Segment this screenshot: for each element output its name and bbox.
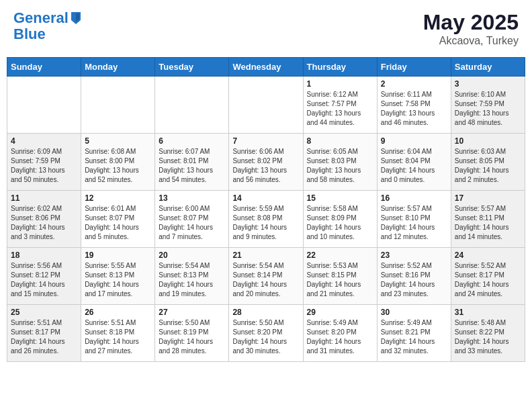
day-info: Sunrise: 5:59 AM Sunset: 8:08 PM Dayligh… (232, 204, 299, 242)
calendar-cell: 25Sunrise: 5:51 AM Sunset: 8:17 PM Dayli… (7, 305, 81, 362)
page-header: General Blue May 2025 Akcaova, Turkey (7, 7, 525, 50)
calendar-cell: 30Sunrise: 5:49 AM Sunset: 8:21 PM Dayli… (377, 305, 451, 362)
day-info: Sunrise: 5:48 AM Sunset: 8:22 PM Dayligh… (455, 318, 521, 356)
location-subtitle: Akcaova, Turkey (423, 35, 519, 47)
weekday-header-thursday: Thursday (303, 58, 377, 77)
calendar-cell: 15Sunrise: 5:58 AM Sunset: 8:09 PM Dayli… (303, 191, 377, 248)
day-number: 20 (159, 250, 225, 260)
calendar-cell (7, 77, 81, 134)
calendar-cell: 8Sunrise: 6:05 AM Sunset: 8:03 PM Daylig… (303, 134, 377, 191)
day-number: 19 (85, 250, 151, 260)
day-info: Sunrise: 5:50 AM Sunset: 8:19 PM Dayligh… (159, 318, 225, 356)
day-number: 22 (307, 250, 373, 260)
day-info: Sunrise: 5:57 AM Sunset: 8:11 PM Dayligh… (455, 204, 521, 242)
calendar-cell: 6Sunrise: 6:07 AM Sunset: 8:01 PM Daylig… (155, 134, 229, 191)
weekday-header-tuesday: Tuesday (155, 58, 229, 77)
calendar-week-2: 4Sunrise: 6:09 AM Sunset: 7:59 PM Daylig… (7, 134, 525, 191)
calendar-cell: 22Sunrise: 5:53 AM Sunset: 8:15 PM Dayli… (303, 248, 377, 305)
calendar-cell: 23Sunrise: 5:52 AM Sunset: 8:16 PM Dayli… (377, 248, 451, 305)
calendar-week-4: 18Sunrise: 5:56 AM Sunset: 8:12 PM Dayli… (7, 248, 525, 305)
day-number: 31 (455, 308, 521, 317)
calendar-cell (229, 77, 303, 134)
day-number: 16 (381, 193, 447, 203)
day-number: 15 (307, 193, 373, 203)
day-info: Sunrise: 5:54 AM Sunset: 8:13 PM Dayligh… (159, 261, 225, 299)
weekday-header-monday: Monday (81, 58, 155, 77)
weekday-header-sunday: Sunday (7, 58, 81, 77)
day-info: Sunrise: 6:11 AM Sunset: 7:58 PM Dayligh… (381, 90, 447, 128)
day-number: 26 (85, 308, 151, 317)
day-info: Sunrise: 5:57 AM Sunset: 8:10 PM Dayligh… (381, 204, 447, 242)
day-number: 3 (455, 79, 521, 89)
day-number: 24 (455, 250, 521, 260)
calendar-cell: 21Sunrise: 5:54 AM Sunset: 8:14 PM Dayli… (229, 248, 303, 305)
day-number: 28 (232, 308, 299, 317)
day-info: Sunrise: 5:49 AM Sunset: 8:20 PM Dayligh… (307, 318, 373, 356)
day-info: Sunrise: 6:08 AM Sunset: 8:00 PM Dayligh… (85, 147, 151, 185)
calendar-cell: 19Sunrise: 5:55 AM Sunset: 8:13 PM Dayli… (81, 248, 155, 305)
day-info: Sunrise: 6:06 AM Sunset: 8:02 PM Dayligh… (232, 147, 299, 185)
day-info: Sunrise: 5:56 AM Sunset: 8:12 PM Dayligh… (11, 261, 77, 299)
calendar-cell: 16Sunrise: 5:57 AM Sunset: 8:10 PM Dayli… (377, 191, 451, 248)
day-number: 13 (159, 193, 225, 203)
day-number: 23 (381, 250, 447, 260)
weekday-header-row: SundayMondayTuesdayWednesdayThursdayFrid… (7, 58, 525, 77)
day-number: 29 (307, 308, 373, 317)
day-number: 10 (455, 136, 521, 146)
weekday-header-saturday: Saturday (451, 58, 525, 77)
day-number: 6 (159, 136, 225, 146)
day-number: 30 (381, 308, 447, 317)
day-number: 27 (159, 308, 225, 317)
calendar-cell: 24Sunrise: 5:52 AM Sunset: 8:17 PM Dayli… (451, 248, 525, 305)
day-info: Sunrise: 6:01 AM Sunset: 8:07 PM Dayligh… (85, 204, 151, 242)
calendar-week-1: 1Sunrise: 6:12 AM Sunset: 7:57 PM Daylig… (7, 77, 525, 134)
day-info: Sunrise: 6:00 AM Sunset: 8:07 PM Dayligh… (159, 204, 225, 242)
day-info: Sunrise: 5:50 AM Sunset: 8:20 PM Dayligh… (232, 318, 299, 356)
day-info: Sunrise: 6:07 AM Sunset: 8:01 PM Dayligh… (159, 147, 225, 185)
calendar-cell: 31Sunrise: 5:48 AM Sunset: 8:22 PM Dayli… (451, 305, 525, 362)
calendar-cell: 11Sunrise: 6:02 AM Sunset: 8:06 PM Dayli… (7, 191, 81, 248)
calendar-cell: 3Sunrise: 6:10 AM Sunset: 7:59 PM Daylig… (451, 77, 525, 134)
day-info: Sunrise: 6:05 AM Sunset: 8:03 PM Dayligh… (307, 147, 373, 185)
day-info: Sunrise: 5:54 AM Sunset: 8:14 PM Dayligh… (232, 261, 299, 299)
calendar-cell: 7Sunrise: 6:06 AM Sunset: 8:02 PM Daylig… (229, 134, 303, 191)
calendar-week-5: 25Sunrise: 5:51 AM Sunset: 8:17 PM Dayli… (7, 305, 525, 362)
calendar-cell: 28Sunrise: 5:50 AM Sunset: 8:20 PM Dayli… (229, 305, 303, 362)
day-info: Sunrise: 6:12 AM Sunset: 7:57 PM Dayligh… (307, 90, 373, 128)
calendar-cell: 4Sunrise: 6:09 AM Sunset: 7:59 PM Daylig… (7, 134, 81, 191)
day-info: Sunrise: 5:53 AM Sunset: 8:15 PM Dayligh… (307, 261, 373, 299)
calendar-cell: 20Sunrise: 5:54 AM Sunset: 8:13 PM Dayli… (155, 248, 229, 305)
logo-general: General (13, 9, 69, 26)
calendar-cell: 29Sunrise: 5:49 AM Sunset: 8:20 PM Dayli… (303, 305, 377, 362)
day-info: Sunrise: 6:04 AM Sunset: 8:04 PM Dayligh… (381, 147, 447, 185)
calendar-cell: 26Sunrise: 5:51 AM Sunset: 8:18 PM Dayli… (81, 305, 155, 362)
weekday-header-wednesday: Wednesday (229, 58, 303, 77)
day-info: Sunrise: 5:52 AM Sunset: 8:17 PM Dayligh… (455, 261, 521, 299)
day-info: Sunrise: 5:49 AM Sunset: 8:21 PM Dayligh… (381, 318, 447, 356)
day-number: 14 (232, 193, 299, 203)
day-info: Sunrise: 6:09 AM Sunset: 7:59 PM Dayligh… (11, 147, 77, 185)
calendar-cell: 1Sunrise: 6:12 AM Sunset: 7:57 PM Daylig… (303, 77, 377, 134)
calendar-cell: 18Sunrise: 5:56 AM Sunset: 8:12 PM Dayli… (7, 248, 81, 305)
calendar-week-3: 11Sunrise: 6:02 AM Sunset: 8:06 PM Dayli… (7, 191, 525, 248)
day-number: 9 (381, 136, 447, 146)
calendar-cell (155, 77, 229, 134)
calendar-cell: 17Sunrise: 5:57 AM Sunset: 8:11 PM Dayli… (451, 191, 525, 248)
day-info: Sunrise: 6:02 AM Sunset: 8:06 PM Dayligh… (11, 204, 77, 242)
day-number: 21 (232, 250, 299, 260)
calendar-cell: 14Sunrise: 5:59 AM Sunset: 8:08 PM Dayli… (229, 191, 303, 248)
calendar-cell: 9Sunrise: 6:04 AM Sunset: 8:04 PM Daylig… (377, 134, 451, 191)
day-number: 2 (381, 79, 447, 89)
day-info: Sunrise: 5:55 AM Sunset: 8:13 PM Dayligh… (85, 261, 151, 299)
day-number: 7 (232, 136, 299, 146)
day-info: Sunrise: 5:51 AM Sunset: 8:18 PM Dayligh… (85, 318, 151, 356)
day-number: 8 (307, 136, 373, 146)
calendar-cell: 13Sunrise: 6:00 AM Sunset: 8:07 PM Dayli… (155, 191, 229, 248)
day-info: Sunrise: 6:10 AM Sunset: 7:59 PM Dayligh… (455, 90, 521, 128)
day-info: Sunrise: 5:52 AM Sunset: 8:16 PM Dayligh… (381, 261, 447, 299)
day-info: Sunrise: 5:51 AM Sunset: 8:17 PM Dayligh… (11, 318, 77, 356)
title-block: May 2025 Akcaova, Turkey (423, 10, 519, 47)
calendar-cell: 2Sunrise: 6:11 AM Sunset: 7:58 PM Daylig… (377, 77, 451, 134)
month-year-title: May 2025 (423, 10, 519, 35)
calendar-table: SundayMondayTuesdayWednesdayThursdayFrid… (7, 57, 525, 362)
